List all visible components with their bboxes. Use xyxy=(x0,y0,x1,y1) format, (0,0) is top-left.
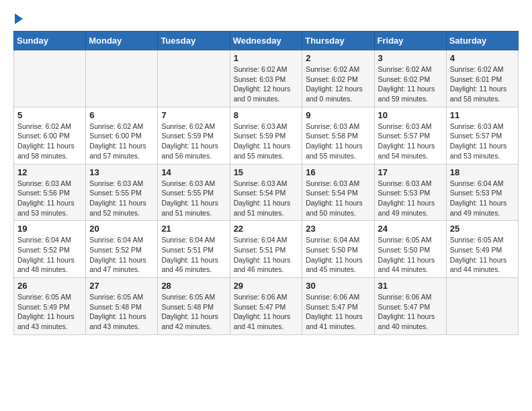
week-row-5: 26Sunrise: 6:05 AMSunset: 5:49 PMDayligh… xyxy=(14,278,519,335)
week-row-2: 5Sunrise: 6:02 AMSunset: 6:00 PMDaylight… xyxy=(14,107,519,164)
day-info: Sunrise: 6:03 AMSunset: 5:54 PMDaylight:… xyxy=(234,179,299,218)
day-number: 22 xyxy=(234,224,299,234)
weekday-header-row: SundayMondayTuesdayWednesdayThursdayFrid… xyxy=(14,32,519,50)
day-number: 30 xyxy=(306,281,370,291)
day-cell-9: 9Sunrise: 6:03 AMSunset: 5:58 PMDaylight… xyxy=(302,107,374,164)
weekday-header-saturday: Saturday xyxy=(446,32,518,50)
day-number: 7 xyxy=(161,110,226,120)
day-number: 4 xyxy=(450,53,515,63)
day-info: Sunrise: 6:04 AMSunset: 5:52 PMDaylight:… xyxy=(89,235,154,275)
day-cell-19: 19Sunrise: 6:04 AMSunset: 5:52 PMDayligh… xyxy=(14,221,86,278)
logo-arrow-icon xyxy=(15,13,23,24)
day-cell-2: 2Sunrise: 6:02 AMSunset: 6:02 PMDaylight… xyxy=(302,50,374,107)
day-cell-27: 27Sunrise: 6:05 AMSunset: 5:48 PMDayligh… xyxy=(86,278,158,335)
calendar-table: SundayMondayTuesdayWednesdayThursdayFrid… xyxy=(13,31,519,335)
day-info: Sunrise: 6:06 AMSunset: 5:47 PMDaylight:… xyxy=(306,292,370,332)
day-info: Sunrise: 6:06 AMSunset: 5:47 PMDaylight:… xyxy=(234,292,299,332)
day-info: Sunrise: 6:04 AMSunset: 5:52 PMDaylight:… xyxy=(17,235,82,275)
day-cell-4: 4Sunrise: 6:02 AMSunset: 6:01 PMDaylight… xyxy=(446,50,518,107)
day-number: 21 xyxy=(161,224,226,234)
day-number: 28 xyxy=(161,281,226,291)
day-info: Sunrise: 6:03 AMSunset: 5:55 PMDaylight:… xyxy=(89,179,154,218)
empty-cell xyxy=(446,278,518,335)
empty-cell xyxy=(14,50,86,107)
day-info: Sunrise: 6:03 AMSunset: 5:57 PMDaylight:… xyxy=(450,122,515,161)
day-number: 10 xyxy=(378,110,443,120)
day-cell-26: 26Sunrise: 6:05 AMSunset: 5:49 PMDayligh… xyxy=(14,278,86,335)
day-cell-1: 1Sunrise: 6:02 AMSunset: 6:03 PMDaylight… xyxy=(230,50,302,107)
day-number: 25 xyxy=(450,224,515,234)
day-number: 26 xyxy=(17,281,82,291)
day-number: 2 xyxy=(306,53,370,63)
day-info: Sunrise: 6:02 AMSunset: 6:00 PMDaylight:… xyxy=(17,122,82,161)
day-info: Sunrise: 6:05 AMSunset: 5:48 PMDaylight:… xyxy=(89,292,154,332)
day-cell-15: 15Sunrise: 6:03 AMSunset: 5:54 PMDayligh… xyxy=(230,164,302,221)
day-number: 19 xyxy=(17,224,82,234)
day-info: Sunrise: 6:03 AMSunset: 5:54 PMDaylight:… xyxy=(306,179,370,218)
weekday-header-sunday: Sunday xyxy=(14,32,86,50)
day-info: Sunrise: 6:02 AMSunset: 6:02 PMDaylight:… xyxy=(378,64,443,104)
day-cell-5: 5Sunrise: 6:02 AMSunset: 6:00 PMDaylight… xyxy=(14,107,86,164)
day-number: 24 xyxy=(378,224,443,234)
day-cell-14: 14Sunrise: 6:03 AMSunset: 5:55 PMDayligh… xyxy=(158,164,230,221)
day-number: 13 xyxy=(89,167,154,177)
day-number: 20 xyxy=(89,224,154,234)
day-number: 15 xyxy=(234,167,299,177)
day-info: Sunrise: 6:05 AMSunset: 5:49 PMDaylight:… xyxy=(17,292,82,332)
day-number: 5 xyxy=(17,110,82,120)
day-cell-3: 3Sunrise: 6:02 AMSunset: 6:02 PMDaylight… xyxy=(374,50,446,107)
day-info: Sunrise: 6:04 AMSunset: 5:53 PMDaylight:… xyxy=(450,179,515,218)
empty-cell xyxy=(86,50,158,107)
day-info: Sunrise: 6:05 AMSunset: 5:49 PMDaylight:… xyxy=(450,235,515,275)
day-cell-13: 13Sunrise: 6:03 AMSunset: 5:55 PMDayligh… xyxy=(86,164,158,221)
day-cell-8: 8Sunrise: 6:03 AMSunset: 5:59 PMDaylight… xyxy=(230,107,302,164)
day-info: Sunrise: 6:02 AMSunset: 6:01 PMDaylight:… xyxy=(450,64,515,104)
day-cell-18: 18Sunrise: 6:04 AMSunset: 5:53 PMDayligh… xyxy=(446,164,518,221)
day-cell-17: 17Sunrise: 6:03 AMSunset: 5:53 PMDayligh… xyxy=(374,164,446,221)
day-cell-11: 11Sunrise: 6:03 AMSunset: 5:57 PMDayligh… xyxy=(446,107,518,164)
day-info: Sunrise: 6:06 AMSunset: 5:47 PMDaylight:… xyxy=(378,292,443,332)
day-info: Sunrise: 6:02 AMSunset: 6:03 PMDaylight:… xyxy=(234,64,299,104)
day-info: Sunrise: 6:03 AMSunset: 5:57 PMDaylight:… xyxy=(378,122,443,161)
week-row-1: 1Sunrise: 6:02 AMSunset: 6:03 PMDaylight… xyxy=(14,50,519,107)
day-cell-23: 23Sunrise: 6:04 AMSunset: 5:50 PMDayligh… xyxy=(302,221,374,278)
day-cell-21: 21Sunrise: 6:04 AMSunset: 5:51 PMDayligh… xyxy=(158,221,230,278)
header-row xyxy=(13,13,519,24)
day-number: 9 xyxy=(306,110,370,120)
day-number: 23 xyxy=(306,224,370,234)
weekday-header-thursday: Thursday xyxy=(302,32,374,50)
day-cell-7: 7Sunrise: 6:02 AMSunset: 5:59 PMDaylight… xyxy=(158,107,230,164)
weekday-header-tuesday: Tuesday xyxy=(158,32,230,50)
day-number: 11 xyxy=(450,110,515,120)
day-info: Sunrise: 6:04 AMSunset: 5:51 PMDaylight:… xyxy=(234,235,299,275)
weekday-header-friday: Friday xyxy=(374,32,446,50)
weekday-header-wednesday: Wednesday xyxy=(230,32,302,50)
day-info: Sunrise: 6:05 AMSunset: 5:50 PMDaylight:… xyxy=(378,235,443,275)
day-cell-6: 6Sunrise: 6:02 AMSunset: 6:00 PMDaylight… xyxy=(86,107,158,164)
day-number: 16 xyxy=(306,167,370,177)
day-cell-30: 30Sunrise: 6:06 AMSunset: 5:47 PMDayligh… xyxy=(302,278,374,335)
day-cell-25: 25Sunrise: 6:05 AMSunset: 5:49 PMDayligh… xyxy=(446,221,518,278)
day-number: 12 xyxy=(17,167,82,177)
day-cell-10: 10Sunrise: 6:03 AMSunset: 5:57 PMDayligh… xyxy=(374,107,446,164)
day-cell-16: 16Sunrise: 6:03 AMSunset: 5:54 PMDayligh… xyxy=(302,164,374,221)
day-info: Sunrise: 6:05 AMSunset: 5:48 PMDaylight:… xyxy=(161,292,226,332)
page: SundayMondayTuesdayWednesdayThursdayFrid… xyxy=(0,0,532,342)
day-info: Sunrise: 6:03 AMSunset: 5:53 PMDaylight:… xyxy=(378,179,443,218)
day-cell-28: 28Sunrise: 6:05 AMSunset: 5:48 PMDayligh… xyxy=(158,278,230,335)
day-info: Sunrise: 6:04 AMSunset: 5:51 PMDaylight:… xyxy=(161,235,226,275)
day-info: Sunrise: 6:02 AMSunset: 6:02 PMDaylight:… xyxy=(306,64,370,104)
day-number: 8 xyxy=(234,110,299,120)
weekday-header-monday: Monday xyxy=(86,32,158,50)
day-cell-12: 12Sunrise: 6:03 AMSunset: 5:56 PMDayligh… xyxy=(14,164,86,221)
day-number: 14 xyxy=(161,167,226,177)
day-info: Sunrise: 6:03 AMSunset: 5:56 PMDaylight:… xyxy=(17,179,82,218)
day-number: 6 xyxy=(89,110,154,120)
day-number: 3 xyxy=(378,53,443,63)
day-cell-22: 22Sunrise: 6:04 AMSunset: 5:51 PMDayligh… xyxy=(230,221,302,278)
day-cell-20: 20Sunrise: 6:04 AMSunset: 5:52 PMDayligh… xyxy=(86,221,158,278)
day-cell-29: 29Sunrise: 6:06 AMSunset: 5:47 PMDayligh… xyxy=(230,278,302,335)
day-info: Sunrise: 6:04 AMSunset: 5:50 PMDaylight:… xyxy=(306,235,370,275)
day-cell-31: 31Sunrise: 6:06 AMSunset: 5:47 PMDayligh… xyxy=(374,278,446,335)
week-row-4: 19Sunrise: 6:04 AMSunset: 5:52 PMDayligh… xyxy=(14,221,519,278)
